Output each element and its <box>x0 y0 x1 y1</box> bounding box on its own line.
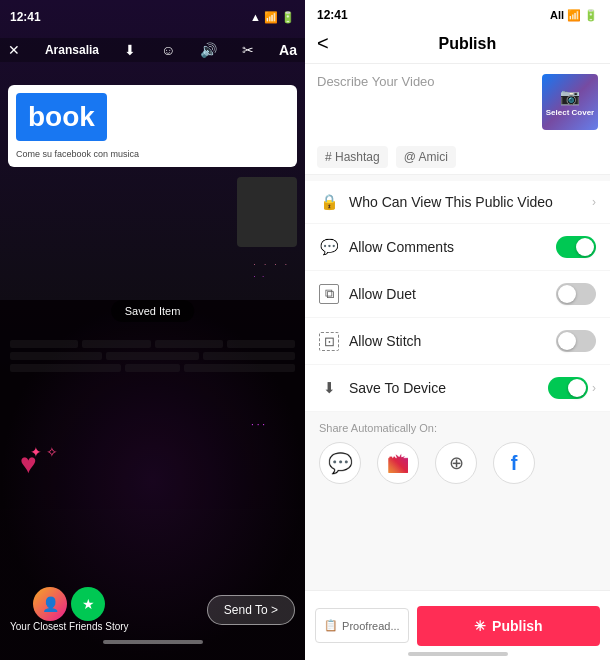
dot-decoration: · · · <box>251 419 265 430</box>
toggle-knob <box>576 238 594 256</box>
smiley-icon[interactable]: ☺ <box>161 42 175 58</box>
close-icon[interactable]: ✕ <box>8 42 20 58</box>
publish-icon: ✳ <box>474 618 486 634</box>
right-status-bar: 12:41 All 📶 🔋 <box>305 0 610 26</box>
bottom-bar: 👤 ★ Your Closest Friends Story Send To > <box>0 550 305 660</box>
setting-allow-comments[interactable]: 💬 Allow Comments <box>305 224 610 271</box>
toggle-knob-duet <box>558 285 576 303</box>
chevron-icon: › <box>592 195 596 209</box>
whatsapp-button[interactable]: 💬 <box>319 442 361 484</box>
cover-thumbnail[interactable]: 📷 Select Cover <box>542 74 598 130</box>
send-to-button[interactable]: Send To > <box>207 595 295 625</box>
right-time: 12:41 <box>317 8 348 22</box>
bottom-actions: 👤 ★ Your Closest Friends Story Send To > <box>0 587 305 640</box>
save-device-toggle[interactable] <box>548 377 588 399</box>
facebook-card: book Come su facebook con musica <box>8 85 297 167</box>
lock-icon: 🔒 <box>319 193 339 211</box>
instagram-icon: 📸 <box>387 452 409 474</box>
right-header: < Publish <box>305 26 610 64</box>
setting-save-device[interactable]: ⬇ Save To Device › <box>305 365 610 412</box>
user-avatar[interactable]: 👤 <box>33 587 67 621</box>
content-area: Describe Your Video 📷 Select Cover <box>305 64 610 140</box>
scissors-icon[interactable]: ✂ <box>242 42 254 58</box>
draft-label: Proofread... <box>342 620 399 632</box>
right-panel: 12:41 All 📶 🔋 < Publish Describe Your Vi… <box>305 0 610 660</box>
cover-label: 📷 Select Cover <box>546 87 594 117</box>
avatar-group: 👤 ★ Your Closest Friends Story <box>10 587 129 632</box>
description-placeholder[interactable]: Describe Your Video <box>317 74 532 124</box>
home-indicator-left <box>103 640 203 644</box>
add-share-button[interactable]: ⊕ <box>435 442 477 484</box>
back-button[interactable]: < <box>317 32 329 55</box>
tag-row: # Hashtag @ Amici <box>305 140 610 175</box>
download-icon[interactable]: ⬇ <box>124 42 136 58</box>
video-toolbar: ✕ Aransalia ⬇ ☺ 🔊 ✂ Aa <box>0 38 305 62</box>
right-all-label: All <box>550 9 564 21</box>
setting-allow-duet[interactable]: ⧉ Allow Duet <box>305 271 610 318</box>
wifi-icon: 📶 <box>264 11 278 24</box>
save-chevron: › <box>592 381 596 395</box>
toggle-knob-save <box>568 379 586 397</box>
star-avatar[interactable]: ★ <box>71 587 105 621</box>
saved-badge: Saved Item <box>111 300 195 322</box>
who-can-view-label: Who Can View This Public Video <box>349 194 592 210</box>
sparkle-decoration: ✦ ✧ <box>30 444 58 460</box>
add-icon: ⊕ <box>449 452 464 474</box>
friends-story-label: Your Closest Friends Story <box>10 621 129 632</box>
facebook-desc: Come su facebook con musica <box>16 149 289 159</box>
page-title: Publish <box>337 35 598 53</box>
mention-button[interactable]: @ Amici <box>396 146 456 168</box>
story-avatars: 👤 ★ Your Closest Friends Story <box>10 587 129 632</box>
share-icons: 💬 📸 ⊕ f <box>319 442 596 484</box>
username-label: Aransalia <box>45 43 99 57</box>
toggle-knob-stitch <box>558 332 576 350</box>
right-battery-icon: 🔋 <box>584 9 598 22</box>
setting-who-can-view[interactable]: 🔒 Who Can View This Public Video › <box>305 181 610 224</box>
instagram-button[interactable]: 📸 <box>377 442 419 484</box>
sound-icon[interactable]: 🔊 <box>200 42 217 58</box>
share-label: Share Automatically On: <box>319 422 596 434</box>
share-section: Share Automatically On: 💬 📸 ⊕ f <box>305 412 610 490</box>
left-status-icons: ▲ 📶 🔋 <box>250 11 295 24</box>
setting-allow-stitch[interactable]: ⊡ Allow Stitch <box>305 318 610 365</box>
left-time: 12:41 <box>10 10 41 24</box>
duet-icon: ⧉ <box>319 284 339 304</box>
bottom-footer: 📋 Proofread... ✳ Publish <box>305 590 610 660</box>
keyboard-rows <box>10 340 295 372</box>
draft-button[interactable]: 📋 Proofread... <box>315 608 409 643</box>
hashtag-button[interactable]: # Hashtag <box>317 146 388 168</box>
settings-list: 🔒 Who Can View This Public Video › 💬 All… <box>305 181 610 412</box>
facebook-share-button[interactable]: f <box>493 442 535 484</box>
allow-stitch-toggle[interactable] <box>556 330 596 352</box>
home-indicator-right <box>408 652 508 656</box>
signal-icon: ▲ <box>250 11 261 23</box>
publish-label: Publish <box>492 618 543 634</box>
dark-thumb <box>237 177 297 247</box>
publish-button[interactable]: ✳ Publish <box>417 606 600 646</box>
decorations: · · · · · · <box>253 260 290 281</box>
facebook-logo: book <box>16 93 107 141</box>
facebook-icon: f <box>511 452 518 475</box>
comment-icon: 💬 <box>319 238 339 256</box>
description-area[interactable]: Describe Your Video <box>317 74 532 124</box>
right-status-icons: All 📶 🔋 <box>550 9 598 22</box>
allow-comments-label: Allow Comments <box>349 239 556 255</box>
text-icon[interactable]: Aa <box>279 42 297 58</box>
allow-duet-label: Allow Duet <box>349 286 556 302</box>
left-panel: 12:41 ▲ 📶 🔋 ✕ Aransalia ⬇ ☺ 🔊 ✂ Aa book … <box>0 0 305 660</box>
allow-duet-toggle[interactable] <box>556 283 596 305</box>
save-icon: ⬇ <box>319 379 339 397</box>
save-device-label: Save To Device <box>349 380 548 396</box>
stitch-icon: ⊡ <box>319 332 339 351</box>
draft-icon: 📋 <box>324 619 338 632</box>
allow-comments-toggle[interactable] <box>556 236 596 258</box>
right-wifi-icon: 📶 <box>567 9 581 22</box>
avatar-row: 👤 ★ <box>33 587 105 621</box>
battery-icon: 🔋 <box>281 11 295 24</box>
left-status-bar: 12:41 ▲ 📶 🔋 <box>0 0 305 29</box>
whatsapp-icon: 💬 <box>328 451 353 475</box>
allow-stitch-label: Allow Stitch <box>349 333 556 349</box>
